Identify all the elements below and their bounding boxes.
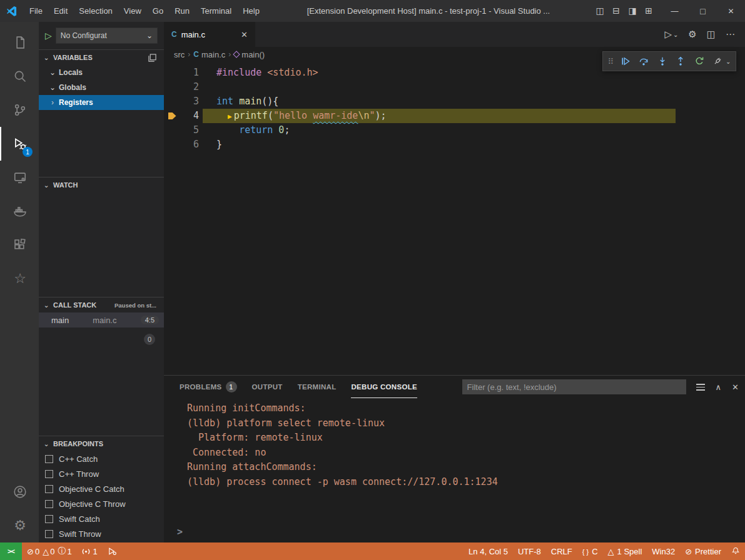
- maximize-button[interactable]: [689, 0, 717, 22]
- toggle-panel-icon[interactable]: ⊟: [608, 0, 624, 22]
- breadcrumb-item[interactable]: src: [174, 50, 185, 59]
- extensions-icon[interactable]: [0, 228, 39, 262]
- panel-tab-output[interactable]: OUTPUT: [252, 376, 283, 398]
- eol-indicator[interactable]: CRLF: [546, 542, 577, 560]
- glyph-margin[interactable]: [164, 138, 180, 152]
- console-filter-input[interactable]: [462, 379, 686, 394]
- menu-edit[interactable]: Edit: [48, 0, 73, 22]
- search-icon[interactable]: [0, 59, 39, 93]
- toggle-sidebar-icon[interactable]: ◫: [592, 0, 608, 22]
- checkbox[interactable]: [45, 515, 53, 523]
- code-line[interactable]: 5 return 0;: [164, 123, 745, 138]
- breakpoint-item[interactable]: Objective C Throw: [39, 496, 164, 511]
- ports-indicator[interactable]: 1: [77, 542, 103, 560]
- menu-selection[interactable]: Selection: [73, 0, 118, 22]
- variables-item-registers[interactable]: Registers: [39, 95, 164, 110]
- customize-layout-icon[interactable]: ⊞: [641, 0, 657, 22]
- breakpoints-header[interactable]: BREAKPOINTS: [39, 436, 164, 451]
- code-line[interactable]: 6}: [164, 138, 745, 152]
- start-debug-icon[interactable]: [45, 31, 52, 41]
- formatter-status[interactable]: Prettier: [680, 542, 726, 560]
- code-line[interactable]: 3int main(){: [164, 94, 745, 109]
- menu-help[interactable]: Help: [237, 0, 265, 22]
- source-control-icon[interactable]: [0, 93, 39, 127]
- checkbox[interactable]: [45, 455, 53, 463]
- glyph-margin[interactable]: [164, 109, 180, 123]
- step-over-icon[interactable]: [637, 53, 651, 69]
- checkbox[interactable]: [45, 470, 53, 478]
- open-panel-icon[interactable]: [148, 54, 156, 62]
- watch-header[interactable]: WATCH: [39, 178, 164, 192]
- favorites-star-icon[interactable]: [0, 262, 39, 296]
- close-panel-icon[interactable]: [732, 382, 739, 392]
- close-button[interactable]: [717, 0, 745, 22]
- continue-icon[interactable]: [619, 53, 632, 69]
- menu-go[interactable]: Go: [147, 0, 169, 22]
- close-tab-icon[interactable]: [241, 30, 248, 39]
- breakpoint-item[interactable]: Swift Catch: [39, 511, 164, 526]
- console-options-icon[interactable]: [696, 384, 705, 391]
- panel-tab-problems[interactable]: PROBLEMS1: [180, 376, 237, 398]
- checkbox[interactable]: [45, 500, 53, 508]
- explorer-icon[interactable]: [0, 26, 39, 59]
- run-and-debug-icon[interactable]: 1: [0, 127, 39, 161]
- restart-icon[interactable]: [692, 53, 706, 69]
- encoding-indicator[interactable]: UTF-8: [513, 542, 546, 560]
- cursor-position[interactable]: Ln 4, Col 5: [464, 542, 513, 560]
- code-line[interactable]: 2: [164, 80, 745, 94]
- platform-indicator[interactable]: Win32: [647, 542, 680, 560]
- breadcrumb-item[interactable]: main(): [234, 50, 265, 59]
- call-stack-header[interactable]: CALL STACK Paused on st...: [39, 298, 164, 312]
- panel-tab-debug-console[interactable]: DEBUG CONSOLE: [351, 376, 417, 398]
- minimize-button[interactable]: [661, 0, 689, 22]
- glyph-margin[interactable]: [164, 66, 180, 80]
- step-out-icon[interactable]: [674, 53, 687, 69]
- panel-tab-terminal[interactable]: TERMINAL: [298, 376, 337, 398]
- menu-run[interactable]: Run: [169, 0, 195, 22]
- checkbox[interactable]: [45, 530, 53, 538]
- debug-config-dropdown[interactable]: No Configurat: [56, 28, 158, 44]
- console-prompt[interactable]: >: [177, 526, 183, 538]
- remote-explorer-icon[interactable]: [0, 161, 39, 194]
- console-line: Connected: no: [187, 446, 745, 461]
- tab-main-c[interactable]: C main.c: [164, 22, 255, 47]
- variables-header[interactable]: VARIABLES: [39, 50, 164, 65]
- code-line[interactable]: 4 ▶printf("hello wamr-ide\n");: [164, 109, 745, 123]
- account-icon[interactable]: [0, 475, 39, 509]
- remote-indicator[interactable]: ><: [0, 542, 22, 560]
- settings-gear-icon[interactable]: [0, 509, 39, 542]
- checkbox[interactable]: [45, 485, 53, 493]
- glyph-margin[interactable]: [164, 123, 180, 138]
- breakpoint-item[interactable]: Objective C Catch: [39, 481, 164, 496]
- breakpoint-item[interactable]: C++ Catch: [39, 451, 164, 466]
- variables-item-locals[interactable]: Locals: [39, 65, 164, 80]
- breadcrumb-item[interactable]: Cmain.c: [193, 50, 225, 59]
- toolbar-grip-handle[interactable]: [608, 57, 614, 66]
- toggle-secondary-sidebar-icon[interactable]: ◨: [624, 0, 641, 22]
- language-mode[interactable]: C: [577, 542, 603, 560]
- console-output[interactable]: Running initCommands:(lldb) platform sel…: [164, 398, 745, 542]
- breakpoint-item[interactable]: Swift Throw: [39, 526, 164, 541]
- code-editor[interactable]: 1#include <stdio.h>23int main(){4 ▶print…: [164, 62, 745, 375]
- chevron-down-icon[interactable]: [726, 58, 731, 65]
- glyph-margin[interactable]: [164, 80, 180, 94]
- breakpoint-item[interactable]: C++ Throw: [39, 466, 164, 481]
- menu-file[interactable]: File: [24, 0, 48, 22]
- maximize-panel-icon[interactable]: [716, 382, 722, 392]
- problems-indicator[interactable]: 0 0 1: [22, 542, 77, 560]
- docker-icon[interactable]: [0, 194, 39, 228]
- gear-icon[interactable]: [688, 29, 696, 40]
- disconnect-icon[interactable]: [711, 53, 724, 69]
- debug-status-icon[interactable]: [103, 542, 122, 560]
- notifications-bell[interactable]: [726, 542, 745, 560]
- menu-view[interactable]: View: [118, 0, 147, 22]
- run-file-button[interactable]: [664, 29, 678, 40]
- more-actions-icon[interactable]: [726, 29, 735, 40]
- variables-item-globals[interactable]: Globals: [39, 80, 164, 95]
- glyph-margin[interactable]: [164, 94, 180, 109]
- stack-frame-row[interactable]: main main.c 4:5: [39, 312, 164, 328]
- menu-terminal[interactable]: Terminal: [195, 0, 237, 22]
- spell-checker-status[interactable]: 1 Spell: [603, 542, 647, 560]
- step-into-icon[interactable]: [656, 53, 669, 69]
- split-editor-icon[interactable]: [707, 29, 716, 40]
